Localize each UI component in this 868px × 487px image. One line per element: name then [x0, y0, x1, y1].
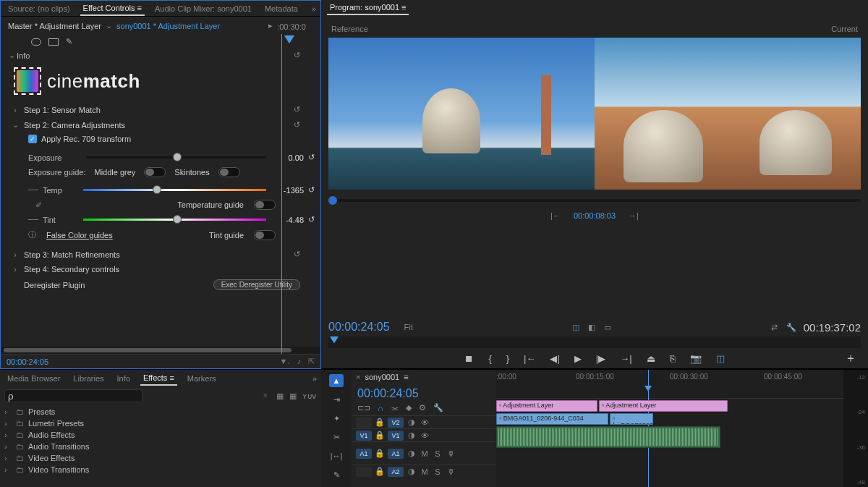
clip-adjustment-1[interactable]: ▫ Adjustment Layer: [496, 400, 597, 412]
pen-tool-icon[interactable]: ✎: [329, 468, 344, 481]
ripple-tool-icon[interactable]: ✦: [329, 412, 344, 425]
exposure-slider[interactable]: [86, 156, 266, 158]
eyedropper-icon[interactable]: ✐: [35, 200, 42, 210]
clip-video-1[interactable]: ▫ BMGA011_0206-944_C034: [496, 413, 608, 425]
step1-label[interactable]: Step 1: Sensor Match: [24, 106, 294, 114]
timeline-canvas[interactable]: :00:00 00:00:15:00 00:00:30:00 00:00:45:…: [496, 370, 843, 487]
compare-icon[interactable]: ◫: [716, 353, 725, 364]
snap-icon[interactable]: ∩: [378, 404, 383, 412]
compare-single-icon[interactable]: ▭: [604, 323, 611, 332]
sequence-clip-label[interactable]: sony0001 * Adjustment Layer: [116, 22, 220, 30]
nest-icon[interactable]: ⊏⊐: [357, 403, 370, 412]
folder-audio-transitions[interactable]: ›🗀Audio Transitions: [4, 441, 317, 452]
wrench-icon[interactable]: 🔧: [433, 403, 443, 412]
timeline-ruler[interactable]: :00:00 00:00:15:00 00:00:30:00 00:00:45:…: [496, 370, 843, 399]
info-icon[interactable]: ⓘ: [28, 229, 36, 240]
ec-mini-playhead[interactable]: [284, 35, 292, 48]
master-clip-label[interactable]: Master * Adjustment Layer: [8, 22, 101, 30]
lift-icon[interactable]: ⏏: [647, 353, 655, 364]
chevron-down-icon[interactable]: ⌄: [7, 120, 24, 130]
marker-icon[interactable]: ◆: [406, 403, 412, 412]
filter-icon[interactable]: ▼.: [280, 357, 290, 366]
viewer-scrubber[interactable]: [328, 199, 861, 202]
fit-button[interactable]: Fit: [404, 323, 413, 331]
hamburger-icon[interactable]: ≡: [404, 373, 408, 381]
slip-tool-icon[interactable]: |↔|: [329, 449, 344, 462]
tab-source[interactable]: Source: (no clips): [5, 2, 73, 15]
tint-slider[interactable]: [83, 219, 266, 221]
skintones-toggle[interactable]: [218, 167, 240, 177]
tab-effects[interactable]: Effects ≡: [140, 371, 177, 386]
link-icon[interactable]: ⫘: [391, 404, 399, 412]
pen-mask-icon[interactable]: ✎: [66, 37, 72, 46]
chevron-right-icon[interactable]: ›: [7, 265, 24, 274]
folder-lumetri-presets[interactable]: ›🗀Lumetri Presets: [4, 418, 317, 429]
chevron-down-icon[interactable]: ⌄: [106, 21, 112, 30]
middlegrey-toggle[interactable]: [144, 167, 166, 177]
tab-media-browser[interactable]: Media Browser: [4, 372, 63, 385]
effects-search-input[interactable]: [4, 389, 142, 402]
export-frame-icon[interactable]: 📷: [690, 353, 702, 364]
reset-icon[interactable]: ↺: [308, 185, 315, 195]
rect-mask-icon[interactable]: [48, 38, 59, 46]
track-a2[interactable]: 🔒A2◑MS🎙: [352, 465, 496, 478]
temp-slider[interactable]: [83, 189, 266, 191]
tab-libraries[interactable]: Libraries: [70, 372, 106, 385]
hamburger-icon[interactable]: ≡: [137, 4, 142, 12]
wrench-icon[interactable]: 🔧: [786, 323, 796, 332]
chevron-right-icon[interactable]: ›: [7, 250, 24, 259]
tintguide-toggle[interactable]: [254, 230, 276, 240]
clip-video-2[interactable]: ▫ fujiDSCF0305: [610, 413, 653, 425]
clip-audio-1[interactable]: [496, 426, 720, 448]
reset-icon[interactable]: ↺: [294, 105, 315, 114]
preset-filter-icon[interactable]: ▦: [276, 391, 284, 401]
selection-tool-icon[interactable]: ▲: [329, 374, 344, 387]
chevron-right-icon[interactable]: ›: [7, 106, 24, 114]
tab-markers[interactable]: Markers: [184, 372, 219, 385]
step2-label[interactable]: Step 2: Camera Adjustments: [24, 121, 294, 130]
settings-icon[interactable]: ⚙: [419, 403, 426, 412]
compare-side-icon[interactable]: ◫: [572, 323, 579, 332]
razor-tool-icon[interactable]: ✂: [329, 431, 344, 444]
step-fwd-icon[interactable]: |▶: [596, 353, 605, 364]
play-icon[interactable]: ▶: [574, 353, 582, 364]
tempguide-toggle[interactable]: [254, 200, 276, 210]
compare-split-icon[interactable]: ◧: [588, 323, 595, 332]
ec-h-scrollbar[interactable]: [1, 347, 320, 354]
track-a1[interactable]: A1🔒A1◑MS🎙: [352, 441, 496, 465]
clear-search-icon[interactable]: ×: [263, 391, 268, 399]
folder-presets[interactable]: ›🗀Presets: [4, 406, 317, 418]
reset-icon[interactable]: ↺: [308, 215, 315, 224]
program-playhead[interactable]: [330, 336, 339, 347]
overflow-icon[interactable]: »: [312, 4, 316, 13]
deregister-button[interactable]: Exec Deregister Utility: [213, 279, 300, 290]
tab-program[interactable]: Program: sony0001 ≡: [327, 1, 409, 15]
clip-adjustment-2[interactable]: ▫ Adjustment Layer: [599, 400, 728, 412]
reset-icon[interactable]: ↺: [294, 250, 315, 259]
accel-filter-icon[interactable]: ▦: [289, 391, 297, 401]
reset-icon[interactable]: ↺: [294, 51, 315, 60]
go-to-out-icon[interactable]: →|: [629, 211, 639, 220]
extract-icon[interactable]: ⎘: [670, 353, 676, 364]
tab-info[interactable]: Info: [114, 372, 133, 385]
overflow-icon[interactable]: »: [312, 374, 317, 383]
apply709-checkbox[interactable]: ✓: [28, 135, 37, 143]
track-v1[interactable]: V1🔒V1◑👁: [352, 428, 496, 441]
go-to-in-icon[interactable]: |←: [550, 211, 561, 220]
program-timecode[interactable]: 00:00:24:05: [328, 321, 390, 334]
step4-label[interactable]: Step 4: Secondary controls: [24, 265, 315, 274]
timeline-timecode[interactable]: 00:00:24:05: [357, 387, 419, 400]
export-icon[interactable]: ⇱: [308, 357, 315, 366]
tab-metadata[interactable]: Metadata: [262, 2, 301, 15]
folder-audio-effects[interactable]: ›🗀Audio Effects: [4, 429, 317, 441]
go-to-in-icon[interactable]: |←: [524, 353, 535, 364]
folder-video-transitions[interactable]: ›🗀Video Transitions: [4, 464, 317, 475]
in-bracket-icon[interactable]: {: [488, 353, 491, 364]
temp-value[interactable]: -1365: [275, 186, 304, 195]
yuv-filter-icon[interactable]: ʏᴜᴠ: [302, 391, 317, 401]
mark-in-icon[interactable]: ⏹: [464, 353, 474, 364]
tab-audio-mixer[interactable]: Audio Clip Mixer: sony0001: [152, 2, 255, 15]
program-viewer[interactable]: [328, 38, 861, 190]
reset-icon[interactable]: ↺: [294, 120, 315, 130]
sequence-name[interactable]: sony0001: [365, 373, 399, 381]
